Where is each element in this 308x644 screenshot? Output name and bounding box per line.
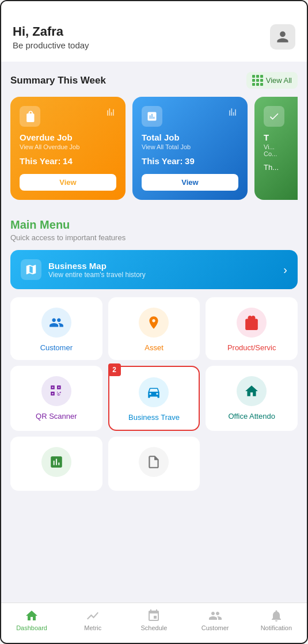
bm-title: Business Map <box>48 261 146 271</box>
total-stat: This Year: 39 <box>142 156 238 166</box>
user-icon <box>276 30 290 44</box>
check-icon <box>268 111 280 122</box>
bm-left: Business Map View entire team's travel h… <box>21 259 146 280</box>
attendance-label: Office Attendo <box>228 412 275 421</box>
check-icon-box <box>264 106 284 127</box>
customer-icon <box>49 315 64 330</box>
total-stat-value: 39 <box>185 156 195 166</box>
overdue-stat: This Year: 14 <box>20 156 116 166</box>
main-menu-subtitle: Quick access to important features <box>10 233 298 242</box>
metric-icon <box>86 609 100 623</box>
bm-subtitle: View entire team's travel history <box>48 271 146 279</box>
asset-icon-circle <box>139 308 169 338</box>
travel-icon <box>146 385 161 400</box>
cards-row: Overdue Job View All Overdue Job This Ye… <box>10 97 298 202</box>
menu-item-qr-scanner[interactable]: QR Scanner <box>10 366 102 431</box>
customer-icon-circle <box>41 308 71 338</box>
total-job-card[interactable]: Total Job View All Total Job This Year: … <box>132 97 248 200</box>
card-top <box>20 106 116 127</box>
business-map-banner[interactable]: Business Map View entire team's travel h… <box>10 250 298 289</box>
grid-icon <box>252 75 263 86</box>
item8-icon <box>146 454 161 469</box>
menu-item-customer[interactable]: Customer <box>10 297 102 360</box>
overdue-subtitle: View All Overdue Job <box>20 143 116 150</box>
subtitle: Be productive today <box>13 40 89 50</box>
bm-text: Business Map View entire team's travel h… <box>48 261 146 279</box>
overdue-stat-label: This Year: <box>20 156 60 166</box>
nav-customer[interactable]: Customer <box>198 609 233 631</box>
total-title: Total Job <box>142 132 238 142</box>
qr-icon <box>49 384 64 399</box>
map-icon <box>25 263 37 276</box>
view-all-label: View All <box>266 76 292 85</box>
bottom-nav: Dashboard Metric Schedule Customer Notif… <box>1 603 307 643</box>
phone-frame: Hi, Zafra Be productive today Summary Th… <box>0 0 308 644</box>
item7-icon-circle <box>41 447 71 477</box>
menu-item-product-service[interactable]: Product/Servic <box>206 297 298 360</box>
total-stat-label: This Year: <box>142 156 182 166</box>
nav-notification-label: Notification <box>261 624 292 631</box>
third-subtitle: Vi...Co... <box>264 143 298 157</box>
attendance-icon-circle <box>237 376 267 406</box>
third-card[interactable]: T Vi...Co... Th... <box>254 97 298 200</box>
overdue-icon-box <box>20 106 40 127</box>
overdue-stat-value: 14 <box>63 156 73 166</box>
item8-icon-circle <box>139 447 169 477</box>
nav-metric[interactable]: Metric <box>75 609 110 631</box>
menu-item-8[interactable] <box>108 437 200 491</box>
total-icon-box <box>142 106 162 127</box>
menu-item-7[interactable] <box>10 437 102 491</box>
nav-notification[interactable]: Notification <box>259 609 294 631</box>
menu-item-office-attendance[interactable]: Office Attendo <box>206 366 298 431</box>
map-icon-box <box>21 259 41 280</box>
customer-label: Customer <box>40 343 73 352</box>
total-subtitle: View All Total Job <box>142 143 238 150</box>
menu-item-asset[interactable]: Asset <box>108 297 200 360</box>
third-stat: Th... <box>264 163 298 172</box>
notification-icon <box>269 609 283 623</box>
total-view-button[interactable]: View <box>142 174 238 191</box>
header: Hi, Zafra Be productive today <box>1 1 307 62</box>
nav-customer-label: Customer <box>201 624 229 631</box>
nav-schedule[interactable]: Schedule <box>136 609 171 631</box>
qr-icon-circle <box>41 376 71 406</box>
briefcase-icon <box>24 111 36 122</box>
chevron-right-icon: › <box>283 263 287 276</box>
avatar-button[interactable] <box>270 24 295 50</box>
product-icon <box>244 315 259 330</box>
header-text: Hi, Zafra Be productive today <box>13 24 89 50</box>
main-menu-title: Main Menu <box>10 218 298 232</box>
overdue-view-button[interactable]: View <box>20 174 116 191</box>
view-all-button[interactable]: View All <box>246 72 298 89</box>
asset-icon <box>146 315 161 330</box>
asset-label: Asset <box>145 343 163 352</box>
nav-dashboard[interactable]: Dashboard <box>14 609 49 631</box>
overdue-title: Overdue Job <box>20 132 116 142</box>
nav-metric-label: Metric <box>84 624 101 631</box>
overdue-job-card[interactable]: Overdue Job View All Overdue Job This Ye… <box>10 97 126 200</box>
card-top <box>264 106 298 127</box>
bar-chart-icon2 <box>227 106 238 120</box>
summary-header: Summary This Week View All <box>10 72 298 89</box>
customer-nav-icon <box>208 609 222 623</box>
business-travel-badge: 2 <box>108 363 121 376</box>
bar-chart-icon <box>105 106 116 120</box>
summary-title: Summary This Week <box>10 75 106 86</box>
nav-schedule-label: Schedule <box>141 624 168 631</box>
home-icon <box>25 609 39 623</box>
chart-icon <box>146 111 158 122</box>
card-top <box>142 106 238 127</box>
travel-label: Business Trave <box>128 413 180 422</box>
summary-section: Summary This Week View All <box>1 62 307 207</box>
main-menu-section: Main Menu Quick access to important feat… <box>1 207 307 502</box>
nav-dashboard-label: Dashboard <box>16 624 47 631</box>
greeting: Hi, Zafra <box>13 24 89 39</box>
product-icon-circle <box>237 308 267 338</box>
qr-label: QR Scanner <box>36 412 77 421</box>
attendance-icon <box>244 384 259 399</box>
menu-item-business-travel[interactable]: 2 Business Trave <box>108 366 200 431</box>
travel-icon-circle <box>139 377 169 407</box>
product-label: Product/Servic <box>227 343 276 352</box>
third-title: T <box>264 132 298 142</box>
username: Zafra <box>32 24 63 39</box>
